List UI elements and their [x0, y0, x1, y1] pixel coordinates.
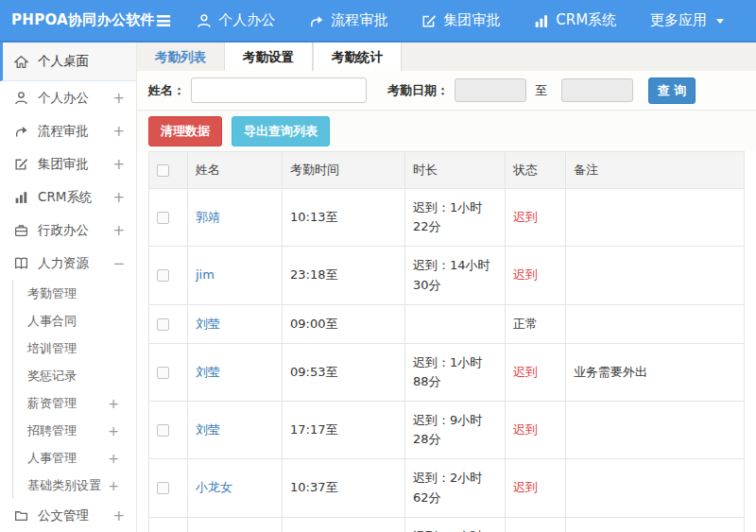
table-row: 小龙女10:37至迟到：2小时62分迟到 — [149, 459, 745, 517]
sidebar: 个人桌面个人办公+流程审批+集团审批+CRM系统+行政办公+人力资源−考勤管理人… — [0, 43, 137, 532]
select-all-checkbox[interactable] — [157, 164, 169, 177]
date-from-input[interactable] — [455, 78, 526, 102]
duration-cell — [405, 304, 506, 343]
expand-plus-icon[interactable]: + — [108, 451, 119, 466]
expand-plus-icon[interactable]: + — [108, 423, 119, 438]
sidebar-item-workflow-approval[interactable]: 流程审批+ — [0, 114, 136, 147]
sidebar-subitem-recruitment-management[interactable]: 招聘管理+ — [13, 417, 136, 444]
workflow-icon — [14, 124, 29, 138]
status-cell: 迟到 — [506, 189, 566, 247]
sidebar-item-admin-office[interactable]: 行政办公+ — [0, 214, 136, 247]
sidebar-subitem-label: 招聘管理 — [27, 422, 108, 439]
employee-name-link[interactable]: 郭靖 — [196, 210, 220, 224]
user-icon — [197, 13, 212, 28]
nav-item-personal-office[interactable]: 个人办公 — [197, 11, 275, 29]
row-checkbox[interactable] — [157, 269, 169, 282]
sidebar-item-group-approval[interactable]: 集团审批+ — [0, 147, 136, 180]
clean-data-button[interactable]: 清理数据 — [148, 116, 222, 146]
row-checkbox[interactable] — [157, 424, 169, 437]
sidebar-item-document-management[interactable]: 公文管理+ — [0, 499, 136, 532]
expand-plus-icon[interactable]: + — [108, 396, 119, 411]
row-checkbox-cell — [149, 343, 188, 401]
duration-cell: 迟到：2小时90分 早退：7小时10分 — [405, 517, 506, 532]
tab-attendance-settings[interactable]: 考勤设置 — [224, 43, 313, 71]
nav-item-workflow-approval[interactable]: 流程审批 — [309, 11, 387, 29]
search-button[interactable]: 查 询 — [648, 77, 696, 104]
sidebar-subitem-label: 考勤管理 — [27, 285, 119, 302]
status-badge: 迟到 — [513, 422, 538, 437]
employee-name-cell: 刘莹 — [188, 304, 283, 343]
sidebar-subitem-personnel-contract[interactable]: 人事合同 — [13, 307, 136, 335]
sidebar-subitem-personnel-management[interactable]: 人事管理+ — [13, 444, 136, 472]
sidebar-item-personal-office[interactable]: 个人办公+ — [0, 81, 136, 114]
employee-name-link[interactable]: 刘莹 — [196, 422, 220, 437]
nav-item-more-apps[interactable]: 更多应用 — [650, 11, 725, 29]
status-badge: 迟到 — [513, 480, 538, 494]
name-input[interactable] — [191, 77, 367, 103]
sidebar-submenu-human-resources: 考勤管理人事合同培训管理奖惩记录薪资管理+招聘管理+人事管理+基础类别设置+ — [12, 280, 136, 499]
sidebar-subitem-label: 培训管理 — [27, 340, 119, 357]
user-icon — [14, 91, 29, 105]
duration-cell: 迟到：2小时62分 — [405, 459, 506, 517]
sidebar-item-crm-system[interactable]: CRM系统+ — [0, 180, 136, 214]
expand-plus-icon[interactable]: + — [112, 156, 125, 173]
name-label: 姓名： — [148, 82, 185, 99]
expand-plus-icon[interactable]: + — [108, 478, 119, 493]
status-badge: 正常 — [513, 317, 538, 331]
date-to-input[interactable] — [561, 78, 633, 102]
attendance-time-cell: 09:00至 — [283, 304, 405, 343]
expand-plus-icon[interactable]: + — [112, 222, 125, 239]
employee-name-link[interactable]: 小龙女 — [196, 480, 232, 494]
row-checkbox-cell — [149, 402, 188, 459]
collapse-minus-icon[interactable]: − — [112, 255, 125, 272]
expand-plus-icon[interactable]: + — [112, 507, 125, 524]
tab-bar: 考勤列表考勤设置考勤统计 — [137, 43, 756, 71]
expand-plus-icon[interactable]: + — [112, 123, 125, 140]
attendance-table-wrap: 姓名考勤时间时长状态备注 郭靖10:13至迟到：1小时22分迟到jim23:18… — [137, 151, 756, 532]
row-checkbox[interactable] — [157, 318, 169, 331]
nav-item-group-approval[interactable]: 集团审批 — [421, 11, 500, 29]
sidebar-subitem-reward-punishment-record[interactable]: 奖惩记录 — [13, 362, 136, 389]
action-toolbar: 清理数据 导出查询列表 — [137, 111, 756, 151]
hamburger-icon[interactable]: ≡ — [155, 10, 172, 31]
edit-icon — [421, 13, 437, 28]
sidebar-subitem-training-management[interactable]: 培训管理 — [13, 335, 136, 362]
employee-name-link[interactable]: 刘莹 — [196, 365, 220, 379]
row-checkbox-cell — [149, 247, 188, 304]
sidebar-item-label: 集团审批 — [38, 156, 109, 173]
sidebar-subitem-label: 基础类别设置 — [27, 477, 108, 494]
employee-name-cell: 小龙女 — [188, 459, 283, 517]
sidebar-subitem-salary-management[interactable]: 薪资管理+ — [13, 389, 136, 417]
employee-name-link[interactable]: 刘莹 — [196, 317, 220, 331]
table-body: 郭靖10:13至迟到：1小时22分迟到jim23:18至迟到：14小时30分迟到… — [149, 189, 745, 532]
status-cell: 正常 — [506, 304, 566, 343]
nav-item-label: 个人办公 — [218, 11, 275, 29]
tab-attendance-list[interactable]: 考勤列表 — [137, 43, 224, 71]
employee-name-link[interactable]: jim — [196, 267, 215, 282]
expand-plus-icon[interactable]: + — [112, 189, 125, 206]
row-checkbox[interactable] — [157, 367, 169, 379]
table-row: 刘莹09:53至迟到：1小时88分迟到业务需要外出 — [149, 343, 745, 401]
duration-cell: 迟到：9小时28分 — [405, 402, 506, 459]
status-badge: 迟到 — [513, 210, 538, 224]
nav-item-label: 集团审批 — [443, 11, 500, 29]
row-checkbox[interactable] — [157, 482, 169, 494]
export-list-button[interactable]: 导出查询列表 — [232, 116, 330, 146]
expand-plus-icon[interactable]: + — [112, 90, 125, 107]
row-checkbox[interactable] — [157, 212, 169, 224]
sidebar-item-personal-desktop[interactable]: 个人桌面 — [0, 43, 136, 81]
sidebar-item-human-resources[interactable]: 人力资源− — [0, 247, 136, 280]
nav-item-crm-system[interactable]: CRM系统 — [534, 11, 616, 29]
table-row: jim23:18至迟到：14小时30分迟到 — [149, 247, 745, 304]
employee-name-cell: 刘莹 — [188, 402, 283, 459]
sidebar-subitem-basic-category-settings[interactable]: 基础类别设置+ — [13, 472, 136, 499]
table-row: 刘莹17:17至迟到：9小时28分迟到 — [149, 402, 745, 459]
tab-attendance-statistics[interactable]: 考勤统计 — [313, 43, 402, 71]
remark-cell: 业务需要外出 — [566, 343, 745, 401]
table-header-row: 姓名考勤时间时长状态备注 — [149, 152, 745, 189]
main-content: 考勤列表考勤设置考勤统计 姓名： 考勤日期： 至 查 询 清理数据 导出查询列表 — [137, 43, 756, 532]
book-icon — [14, 256, 29, 270]
sidebar-subitem-attendance-management[interactable]: 考勤管理 — [13, 280, 136, 307]
attendance-table: 姓名考勤时间时长状态备注 郭靖10:13至迟到：1小时22分迟到jim23:18… — [148, 151, 745, 532]
chart-icon — [14, 190, 29, 204]
